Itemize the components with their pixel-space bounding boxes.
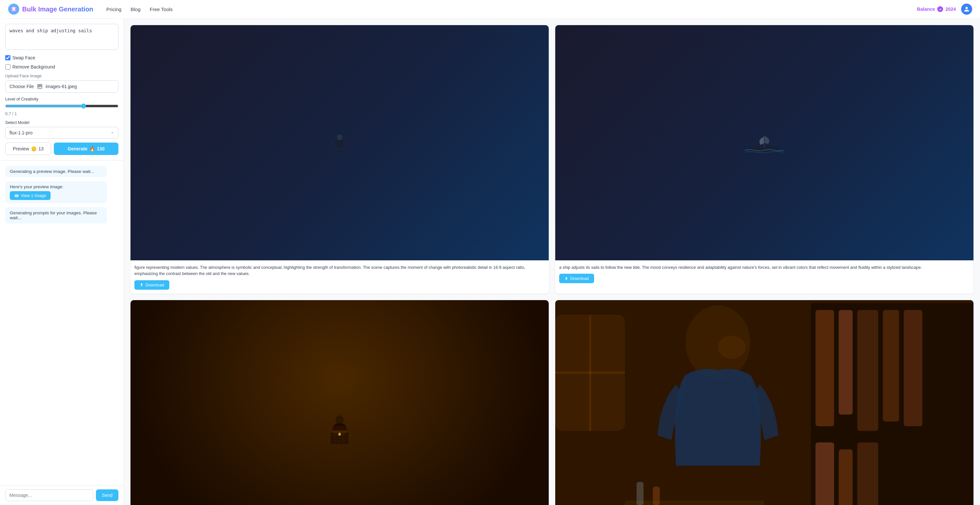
swap-face-label[interactable]: Swap Face	[5, 55, 35, 61]
generate-button[interactable]: Generate 🔥 130	[54, 143, 118, 155]
svg-rect-5	[337, 140, 342, 147]
image-card-2: a ship adjusts its sails to follow the n…	[555, 25, 974, 294]
preview-button[interactable]: Preview 🪙 13	[5, 143, 51, 155]
svg-rect-25	[839, 310, 853, 414]
image-card-4: Prompt: As he steps out of a library int…	[555, 300, 974, 505]
svg-rect-37	[625, 500, 764, 505]
upload-face-label: Upload Face Image	[5, 73, 118, 78]
model-select[interactable]: flux-1.1-pro flux-dev stable-diffusion-x…	[5, 127, 118, 139]
file-name: images-61.jpeg	[46, 84, 77, 89]
svg-rect-29	[816, 442, 834, 505]
file-image-icon	[37, 83, 43, 90]
swap-face-checkbox[interactable]	[5, 55, 10, 61]
chat-bubble-3: Generating prompts for your images. Plea…	[5, 207, 107, 223]
image-placeholder-2	[555, 25, 974, 260]
svg-point-1	[13, 8, 15, 10]
image-card-1: figure representing modern values. The a…	[130, 25, 549, 294]
main-nav: Pricing Blog Free Tools	[107, 6, 173, 12]
svg-rect-27	[883, 310, 899, 422]
swap-face-row: Swap Face	[5, 55, 118, 61]
image-visual-2	[745, 130, 784, 156]
image-card-3: Prompt: The man with a strong and angula…	[130, 300, 549, 505]
nav-pricing[interactable]: Pricing	[107, 6, 121, 12]
svg-rect-6	[336, 140, 338, 145]
image-placeholder-4	[555, 300, 974, 505]
image-placeholder-1	[130, 25, 549, 260]
model-label: Select Model	[5, 120, 118, 125]
chat-bubble-2: Here's your preview image: View 1 Image	[5, 181, 107, 203]
svg-rect-39	[653, 486, 660, 505]
svg-point-4	[337, 134, 342, 140]
svg-rect-31	[858, 442, 878, 505]
card-prompt-2: a ship adjusts its sails to follow the n…	[559, 264, 970, 271]
download-button-1[interactable]: Download	[134, 280, 169, 290]
chess-visual	[317, 414, 363, 447]
user-avatar[interactable]	[961, 3, 972, 15]
nav-blog[interactable]: Blog	[130, 6, 140, 12]
generate-fire-icon: 🔥	[89, 146, 95, 151]
eye-icon	[14, 193, 19, 198]
svg-rect-28	[904, 310, 922, 426]
remove-bg-row: Remove Background	[5, 64, 118, 70]
logo-icon	[8, 3, 19, 15]
svg-rect-9	[340, 146, 342, 151]
svg-rect-7	[342, 140, 344, 145]
balance-badge: Balance ✦ 2024	[917, 6, 956, 13]
message-input[interactable]	[5, 489, 93, 501]
choose-file-button[interactable]: Choose File	[10, 84, 34, 89]
svg-rect-26	[858, 310, 878, 431]
remove-bg-label[interactable]: Remove Background	[5, 64, 55, 70]
model-section: Select Model flux-1.1-pro flux-dev stabl…	[5, 120, 118, 139]
header-right: Balance ✦ 2024	[917, 3, 972, 15]
card-prompt-1: figure representing modern values. The a…	[134, 264, 545, 277]
balance-label: Balance	[917, 6, 935, 12]
download-icon-2	[565, 277, 568, 280]
form-section: waves and ship adjusting sails Swap Face…	[0, 19, 124, 161]
preview-coin-icon: 🪙	[31, 146, 37, 151]
nav-free-tools[interactable]: Free Tools	[150, 6, 173, 12]
download-icon-1	[140, 283, 143, 287]
balance-value: 2024	[945, 6, 956, 12]
creativity-slider[interactable]	[5, 104, 118, 108]
card-content-1: figure representing modern values. The a…	[130, 260, 549, 293]
view-image-button[interactable]: View 1 Image	[10, 191, 51, 200]
creativity-section: Level of Creativity 0.7 / 1	[5, 97, 118, 116]
image-placeholder-3	[130, 300, 549, 505]
svg-text:✦: ✦	[939, 8, 941, 11]
chat-bubble-1: Generating a preview image. Please wait.…	[5, 166, 107, 177]
svg-point-21	[332, 426, 347, 436]
svg-point-33	[718, 335, 746, 358]
image-grid: figure representing modern values. The a…	[130, 25, 974, 505]
svg-rect-30	[839, 449, 853, 505]
library-visual	[555, 300, 974, 505]
chat-area: Generating a preview image. Please wait.…	[0, 161, 124, 485]
remove-bg-checkbox[interactable]	[5, 64, 10, 70]
app-header: Bulk Image Generation Pricing Blog Free …	[0, 0, 980, 19]
app-title: Bulk Image Generation	[22, 6, 93, 13]
svg-rect-11	[764, 135, 765, 148]
file-input-wrapper[interactable]: Choose File images-61.jpeg	[5, 80, 118, 92]
creativity-label: Level of Creativity	[5, 97, 118, 102]
logo-link[interactable]: Bulk Image Generation	[8, 3, 93, 15]
image-visual-1	[326, 133, 353, 153]
svg-point-12	[336, 415, 344, 424]
chat-input-row: Send	[0, 485, 124, 505]
card-content-2: a ship adjusts its sails to follow the n…	[555, 260, 974, 287]
svg-rect-38	[636, 482, 643, 505]
action-buttons: Preview 🪙 13 Generate 🔥 130	[5, 143, 118, 155]
main-layout: waves and ship adjusting sails Swap Face…	[0, 19, 980, 505]
left-panel: waves and ship adjusting sails Swap Face…	[0, 19, 124, 505]
right-panel: figure representing modern values. The a…	[124, 19, 980, 505]
svg-rect-24	[816, 310, 834, 426]
svg-rect-8	[337, 146, 339, 151]
download-button-2[interactable]: Download	[559, 274, 594, 283]
send-button[interactable]: Send	[96, 489, 118, 501]
creativity-value: 0.7 / 1	[5, 111, 118, 116]
coin-icon: ✦	[937, 6, 943, 13]
prompt-textarea[interactable]: waves and ship adjusting sails	[5, 24, 118, 50]
